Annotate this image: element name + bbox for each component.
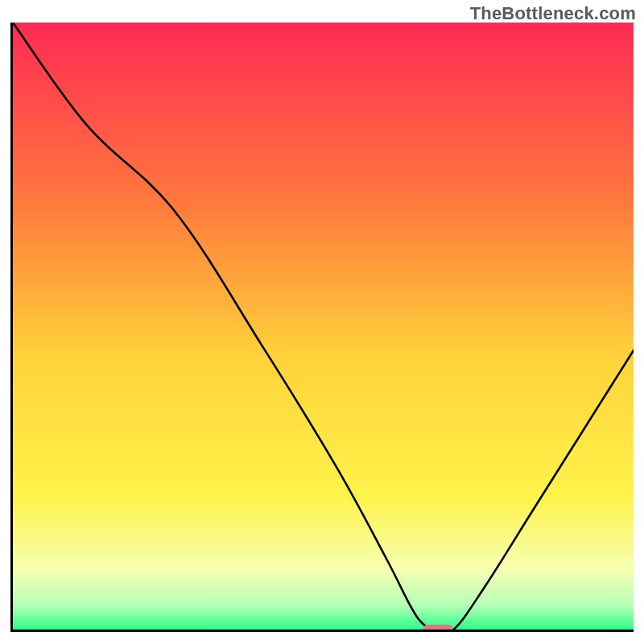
chart-container: TheBottleneck.com: [0, 0, 644, 644]
gradient-background: [13, 23, 634, 630]
optimal-marker: [423, 625, 454, 632]
chart-svg: [13, 23, 634, 630]
watermark: TheBottleneck.com: [470, 3, 636, 24]
plot-area: [10, 23, 634, 632]
